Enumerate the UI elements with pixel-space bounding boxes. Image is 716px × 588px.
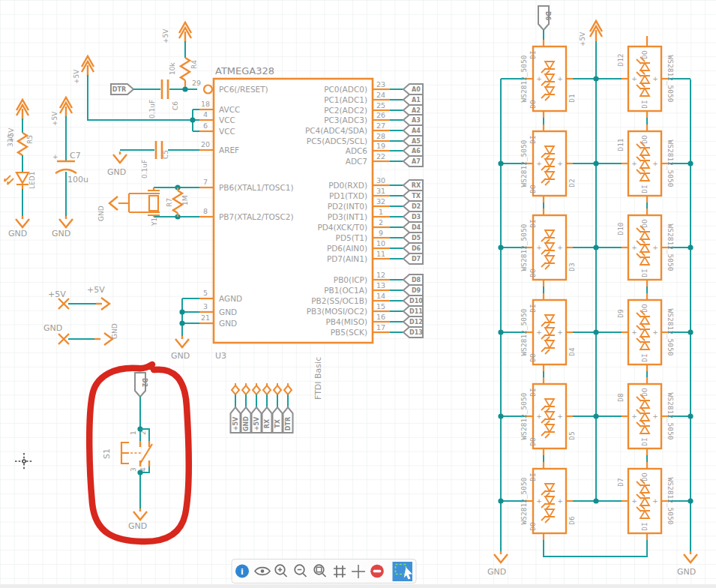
net-flag-label: D11 (409, 308, 423, 315)
ref-label: Y1 (151, 218, 158, 226)
pin-name: PC0(ADC0) (324, 85, 367, 94)
pin-number: 14 (376, 292, 385, 300)
junction-dot (593, 329, 598, 334)
power-label: GND (171, 351, 190, 361)
pin-name: PD0(RXD) (328, 181, 367, 190)
part-label: WS2812_5050 (520, 392, 528, 440)
pin-number: 19 (376, 142, 385, 150)
part-label: WS2812_5050 (520, 308, 528, 356)
ref-label: LED1 (28, 172, 36, 189)
junction-dot (688, 160, 693, 166)
junction-dot (688, 413, 693, 418)
net-flag-label: D13 (409, 329, 423, 336)
net-flag-label: A4 (412, 128, 421, 134)
net-flag-label: D9 (412, 287, 421, 294)
pin-name: PC6(/RESET) (219, 85, 268, 94)
net-flag-label: +5V (253, 416, 260, 430)
pin-number: 24 (376, 91, 385, 99)
net-flag-label: A2 (412, 107, 421, 114)
pin-number: 29 (192, 79, 201, 87)
pin-number: 10 (376, 239, 385, 248)
plus-mark: + (52, 153, 58, 160)
di-label: DI (640, 100, 649, 108)
value-label: 10k (169, 62, 176, 75)
led-refdes: D9 (616, 309, 625, 318)
do-label: DO (529, 184, 537, 194)
pin-number: 4 (203, 110, 208, 118)
led-refdes: D8 (616, 393, 625, 402)
led-refdes: D11 (616, 138, 625, 151)
value-label: 0.1uF (141, 160, 148, 178)
net-flag-label: D4 (412, 224, 421, 231)
net-flag-label: D2 (412, 203, 421, 210)
part-label: WS2812_5050 (667, 309, 675, 356)
do-label: DO (640, 304, 649, 313)
plus-mark: + (557, 328, 563, 336)
mcu-reset-invert-bubble (204, 86, 212, 94)
junction-dot (190, 117, 195, 122)
pin-name: AREF (219, 146, 239, 154)
pin-name: VCC (219, 116, 235, 124)
do-label: DO (640, 388, 649, 397)
power-label: GND (111, 323, 118, 339)
ref-label: S1 (102, 448, 112, 459)
power-label: +5V (87, 285, 105, 295)
plus-mark: + (536, 328, 542, 336)
power-label: GND (107, 167, 126, 177)
net-flag-label: DTR (112, 86, 126, 93)
di-label: DI (529, 135, 537, 143)
net-flag-label: D6 (544, 11, 551, 21)
pin-number: 9 (379, 229, 383, 237)
pin-name: PD5(T1) (336, 233, 367, 242)
led-refdes: D12 (616, 53, 625, 66)
do-label: DO (529, 100, 537, 109)
di-label: DI (529, 304, 537, 312)
net-flag-label: GND (243, 416, 250, 431)
power-label: +5V (162, 28, 169, 44)
junction-dot (593, 76, 598, 81)
part-label: WS2812_5050 (520, 55, 528, 102)
junction-dot (688, 244, 693, 250)
pin-name: PC5(ADC5/SCL) (307, 136, 367, 146)
di-label: DI (529, 50, 537, 58)
plus-mark: + (536, 412, 542, 420)
select-tool-button[interactable] (393, 562, 413, 581)
info-button[interactable]: i (235, 565, 249, 578)
net-flag-label: D12 (409, 319, 423, 326)
part-label: WS2812_5050 (667, 478, 675, 525)
pin-name: AVCC (219, 105, 240, 114)
pin-number: 11 (376, 250, 385, 258)
plus-mark: + (536, 75, 542, 82)
pin-number: 23 (376, 80, 385, 88)
pin-name: PD6(AIN0) (327, 244, 367, 253)
di-label: DI (640, 353, 649, 362)
value-label: 1M (181, 196, 189, 206)
page-bottom-strip (0, 584, 716, 588)
pin-number: 30 (376, 176, 385, 184)
do-label: DO (640, 472, 649, 482)
net-flag-label: RX (264, 418, 271, 428)
plus-mark: + (631, 244, 637, 251)
junction-dot (137, 470, 142, 475)
power-label: GND (97, 206, 105, 221)
plus-mark: + (536, 160, 542, 167)
net-flag-label: D5 (412, 235, 421, 242)
ref-label: R5 (26, 135, 34, 144)
pin-number: 8 (203, 207, 208, 215)
di-label: DI (640, 268, 649, 277)
net-flag-label: D8 (412, 277, 421, 284)
pin-number: 22 (376, 152, 385, 160)
pin-number: 18 (201, 100, 210, 108)
mcu-title: ATMEGA328 (215, 65, 274, 76)
remove-button[interactable] (370, 565, 384, 578)
junction-dot (182, 86, 187, 92)
schematic-canvas[interactable]: ATMEGA328U3FTDI Basic29PC6(/RESET)18AVCC… (0, 0, 716, 588)
plus-mark: + (631, 328, 637, 336)
pin-number: 16 (376, 313, 385, 321)
net-flag-label: A1 (412, 97, 421, 104)
led-refdes: D7 (616, 478, 625, 486)
ref-label: C6 (172, 101, 179, 110)
led-refdes: D2 (568, 178, 576, 187)
pin-name: PB3(MOSI/OC2) (307, 307, 367, 316)
pin-number: 15 (376, 302, 385, 310)
